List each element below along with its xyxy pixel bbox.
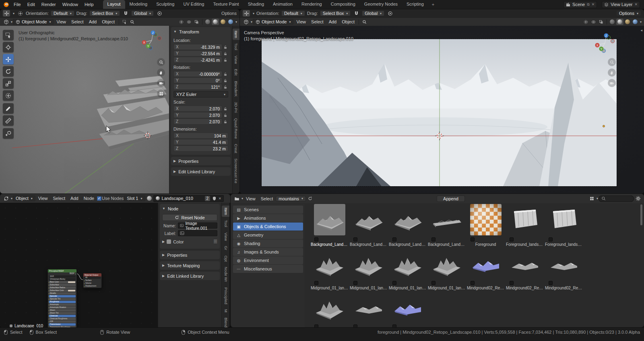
gizmo-icon[interactable] bbox=[17, 10, 24, 17]
menu-view[interactable]: View bbox=[36, 195, 50, 201]
asset-thumbnail[interactable] bbox=[431, 247, 462, 279]
asset-thumbnail[interactable] bbox=[353, 247, 384, 279]
properties-panel-header[interactable]: ▶Properties bbox=[171, 157, 231, 165]
tool-transform[interactable] bbox=[3, 90, 14, 101]
options-dropdown[interactable]: Options▾ bbox=[616, 10, 641, 16]
new-scene-button[interactable]: ⧉ bbox=[587, 2, 589, 7]
location-z-field[interactable]: Z-2.4241 m bbox=[173, 57, 222, 63]
asset-checkbox[interactable] bbox=[353, 281, 357, 285]
filter-settings-gear-icon[interactable] bbox=[634, 195, 642, 202]
asset-checkbox[interactable] bbox=[392, 237, 396, 241]
zoom-icon[interactable] bbox=[608, 58, 616, 66]
sidebar-tab-screencast-ke[interactable]: Screencast Ke bbox=[233, 156, 239, 185]
asset-thumbnail[interactable] bbox=[392, 291, 423, 322]
slot-dropdown[interactable]: Slot 1▾ bbox=[124, 195, 145, 201]
node-socket-row[interactable]: Specular bbox=[49, 295, 76, 297]
asset-item-midground-01-land[interactable]: Midground_01_land... bbox=[349, 247, 388, 290]
ortho-grid-icon[interactable] bbox=[157, 89, 165, 98]
menu-object[interactable]: Object bbox=[339, 19, 357, 25]
navigation-gizmo[interactable]: X Z Y bbox=[591, 29, 619, 57]
sidebar-tab-gr[interactable]: Gr bbox=[222, 244, 229, 252]
fake-user-shield-icon[interactable] bbox=[212, 196, 217, 201]
asset-checkbox[interactable] bbox=[392, 281, 396, 285]
sidebar-tab-creat[interactable]: Creat bbox=[233, 142, 239, 155]
asset-thumbnail[interactable] bbox=[392, 204, 423, 235]
tool-cursor[interactable] bbox=[3, 42, 14, 52]
shading-material-icon[interactable] bbox=[624, 19, 631, 25]
node-socket-row[interactable]: Sheen bbox=[49, 309, 76, 312]
shader-type-dropdown[interactable]: Object▾ bbox=[13, 195, 35, 201]
shading-material-icon[interactable] bbox=[219, 19, 227, 25]
transform-panel-header[interactable]: ▼Transform bbox=[173, 27, 228, 36]
show-gizmo-icon[interactable] bbox=[178, 19, 185, 25]
asset-checkbox[interactable] bbox=[353, 237, 357, 241]
menu-view[interactable]: View bbox=[294, 19, 308, 25]
sidebar-tab-edit[interactable]: Edit bbox=[233, 67, 239, 77]
workspace-tab-rendering[interactable]: Rendering bbox=[297, 0, 326, 9]
dimensions-x-field[interactable]: X104 m bbox=[173, 133, 228, 139]
xray-icon[interactable] bbox=[193, 19, 200, 25]
node-socket-row[interactable]: BSDF bbox=[49, 272, 76, 275]
color-subpanel-header[interactable]: ▶ Color ☰ bbox=[162, 239, 217, 244]
menu-add[interactable]: Add bbox=[326, 19, 339, 25]
mode-dropdown[interactable]: Object Mode▾ bbox=[253, 19, 293, 25]
asset-checkbox[interactable] bbox=[314, 237, 318, 241]
asset-checkbox[interactable] bbox=[510, 281, 514, 285]
node-socket-row[interactable]: Christensen-Burley bbox=[49, 278, 76, 281]
menu-add[interactable]: Add bbox=[68, 195, 81, 201]
node-socket-row[interactable]: Clearcoat Roughness bbox=[49, 318, 76, 320]
asset-thumbnail[interactable] bbox=[470, 204, 502, 235]
search-icon[interactable] bbox=[361, 19, 368, 25]
asset-checkbox[interactable] bbox=[314, 324, 318, 327]
search-icon[interactable] bbox=[128, 19, 136, 25]
shading-rendered-icon[interactable] bbox=[227, 19, 234, 25]
tool-annotate[interactable] bbox=[3, 103, 14, 114]
asset-checkbox[interactable] bbox=[392, 324, 396, 327]
asset-item-background-landsc[interactable]: Background_Landsc... bbox=[427, 204, 466, 247]
lock-icon[interactable] bbox=[222, 72, 228, 76]
proportional-edit-icon[interactable] bbox=[156, 10, 163, 17]
menu-window[interactable]: Window bbox=[60, 0, 81, 9]
asset-checkbox[interactable] bbox=[431, 237, 436, 241]
sidebar-tab-tool[interactable]: Tool bbox=[222, 218, 229, 229]
select-mode-icon[interactable] bbox=[121, 19, 128, 25]
proportional-edit-icon[interactable] bbox=[386, 10, 394, 17]
options-left[interactable]: Options bbox=[221, 11, 237, 16]
editor-type-icon[interactable] bbox=[2, 19, 10, 25]
asset-item-foreground-landsca[interactable]: Foreground_landsca... bbox=[544, 204, 583, 247]
sidebar-tab-quad-reme[interactable]: Quad Reme bbox=[233, 116, 239, 141]
scene-selector[interactable]: Scene ⧉ ✕ bbox=[564, 1, 597, 8]
asset-thumbnail[interactable] bbox=[509, 204, 541, 235]
workspace-tab-compositing[interactable]: Compositing bbox=[326, 0, 360, 9]
asset-thumbnail[interactable] bbox=[353, 204, 384, 235]
menu-render[interactable]: Render bbox=[39, 0, 59, 9]
node-panel-header[interactable]: ▼Node bbox=[162, 204, 217, 213]
reset-node-button[interactable]: Reset Node bbox=[162, 214, 217, 221]
menu-view[interactable]: View bbox=[54, 19, 68, 25]
menu-select[interactable]: Select bbox=[309, 19, 326, 25]
camera-view-icon[interactable] bbox=[608, 79, 616, 87]
menu-hamburger-icon[interactable]: ☰ bbox=[213, 239, 217, 244]
menu-help[interactable]: Help bbox=[82, 0, 97, 9]
node-title[interactable]: Material Output bbox=[83, 273, 101, 277]
sidebar-tab-opt[interactable]: Opt bbox=[222, 254, 229, 264]
edit-linked-library-panel-header[interactable]: ▶Edit Linked Library bbox=[171, 167, 231, 176]
workspace-tab-uv-editing[interactable]: UV Editing bbox=[179, 0, 208, 9]
menu-view[interactable]: View bbox=[244, 196, 258, 202]
color-swatch[interactable] bbox=[167, 239, 171, 244]
sidebar-tab-principled[interactable]: Principled bbox=[222, 285, 229, 306]
properties-panel-header[interactable]: ▶Properties bbox=[160, 251, 220, 259]
material-users-button[interactable]: 2 bbox=[205, 196, 211, 201]
menu-object[interactable]: Object bbox=[99, 19, 117, 25]
tool-add-cube[interactable] bbox=[3, 128, 14, 139]
asset-item-background-landsc[interactable]: Background_Landsc... bbox=[349, 204, 388, 247]
menu-add[interactable]: Add bbox=[87, 19, 99, 25]
active-tool-icon[interactable] bbox=[3, 10, 10, 17]
node-socket-row[interactable]: Anisotropic Rotation bbox=[49, 306, 76, 309]
menu-file[interactable]: File bbox=[11, 0, 24, 9]
sidebar-tab-tool[interactable]: Tool bbox=[233, 41, 239, 52]
zoom-icon[interactable] bbox=[157, 58, 165, 66]
display-mode-icon[interactable] bbox=[588, 195, 595, 202]
node-socket-row[interactable]: Sheen Tint bbox=[49, 312, 76, 314]
active-tool-icon[interactable] bbox=[243, 10, 250, 17]
